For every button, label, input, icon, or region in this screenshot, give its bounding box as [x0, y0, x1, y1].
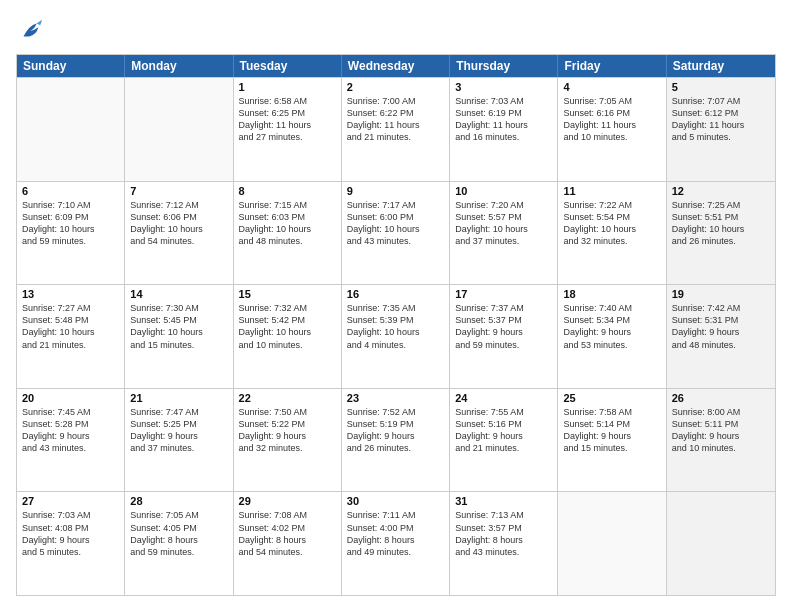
cell-line: and 21 minutes. [347, 131, 444, 143]
day-number: 20 [22, 392, 119, 404]
cell-line: and 27 minutes. [239, 131, 336, 143]
day-number: 1 [239, 81, 336, 93]
table-row: 21Sunrise: 7:47 AMSunset: 5:25 PMDayligh… [125, 389, 233, 492]
table-row: 28Sunrise: 7:05 AMSunset: 4:05 PMDayligh… [125, 492, 233, 595]
cell-line: Sunset: 5:45 PM [130, 314, 227, 326]
calendar-header: SundayMondayTuesdayWednesdayThursdayFrid… [17, 55, 775, 77]
cell-line: and 21 minutes. [455, 442, 552, 454]
header [16, 16, 776, 44]
calendar: SundayMondayTuesdayWednesdayThursdayFrid… [16, 54, 776, 596]
cell-line: and 49 minutes. [347, 546, 444, 558]
day-number: 17 [455, 288, 552, 300]
cell-line: Sunrise: 7:30 AM [130, 302, 227, 314]
cell-line: Sunrise: 7:13 AM [455, 509, 552, 521]
cell-line: Daylight: 10 hours [130, 326, 227, 338]
cell-line: Sunrise: 7:52 AM [347, 406, 444, 418]
logo [16, 16, 46, 44]
cell-line: and 16 minutes. [455, 131, 552, 143]
cell-line: and 53 minutes. [563, 339, 660, 351]
logo-icon [16, 16, 44, 44]
cell-line: and 43 minutes. [455, 546, 552, 558]
table-row: 18Sunrise: 7:40 AMSunset: 5:34 PMDayligh… [558, 285, 666, 388]
cell-line: Daylight: 9 hours [563, 326, 660, 338]
day-number: 14 [130, 288, 227, 300]
calendar-row-2: 13Sunrise: 7:27 AMSunset: 5:48 PMDayligh… [17, 284, 775, 388]
cell-line: Sunrise: 7:47 AM [130, 406, 227, 418]
table-row: 16Sunrise: 7:35 AMSunset: 5:39 PMDayligh… [342, 285, 450, 388]
cell-line: Sunrise: 7:05 AM [563, 95, 660, 107]
cell-line: Sunset: 6:22 PM [347, 107, 444, 119]
day-number: 13 [22, 288, 119, 300]
cell-line: Daylight: 9 hours [347, 430, 444, 442]
day-number: 31 [455, 495, 552, 507]
header-sunday: Sunday [17, 55, 125, 77]
table-row: 6Sunrise: 7:10 AMSunset: 6:09 PMDaylight… [17, 182, 125, 285]
day-number: 5 [672, 81, 770, 93]
cell-line: Sunrise: 7:42 AM [672, 302, 770, 314]
table-row [125, 78, 233, 181]
day-number: 22 [239, 392, 336, 404]
cell-line: Sunrise: 7:12 AM [130, 199, 227, 211]
table-row: 24Sunrise: 7:55 AMSunset: 5:16 PMDayligh… [450, 389, 558, 492]
calendar-row-1: 6Sunrise: 7:10 AMSunset: 6:09 PMDaylight… [17, 181, 775, 285]
cell-line: Sunset: 4:02 PM [239, 522, 336, 534]
cell-line: Daylight: 10 hours [130, 223, 227, 235]
header-monday: Monday [125, 55, 233, 77]
cell-line: and 21 minutes. [22, 339, 119, 351]
cell-line: Sunset: 5:22 PM [239, 418, 336, 430]
cell-line: Sunrise: 7:55 AM [455, 406, 552, 418]
cell-line: Daylight: 11 hours [563, 119, 660, 131]
cell-line: Daylight: 9 hours [22, 534, 119, 546]
cell-line: Sunrise: 7:58 AM [563, 406, 660, 418]
cell-line: Sunset: 5:34 PM [563, 314, 660, 326]
cell-line: and 10 minutes. [239, 339, 336, 351]
cell-line: Daylight: 8 hours [455, 534, 552, 546]
cell-line: Daylight: 8 hours [347, 534, 444, 546]
cell-line: Daylight: 10 hours [239, 223, 336, 235]
cell-line: Sunrise: 7:08 AM [239, 509, 336, 521]
table-row: 31Sunrise: 7:13 AMSunset: 3:57 PMDayligh… [450, 492, 558, 595]
cell-line: Daylight: 9 hours [22, 430, 119, 442]
table-row: 3Sunrise: 7:03 AMSunset: 6:19 PMDaylight… [450, 78, 558, 181]
cell-line: Sunset: 5:51 PM [672, 211, 770, 223]
cell-line: Daylight: 10 hours [672, 223, 770, 235]
cell-line: and 5 minutes. [22, 546, 119, 558]
cell-line: Sunset: 5:39 PM [347, 314, 444, 326]
cell-line: Sunrise: 7:50 AM [239, 406, 336, 418]
table-row: 5Sunrise: 7:07 AMSunset: 6:12 PMDaylight… [667, 78, 775, 181]
cell-line: Sunrise: 7:27 AM [22, 302, 119, 314]
cell-line: Sunset: 5:42 PM [239, 314, 336, 326]
table-row: 7Sunrise: 7:12 AMSunset: 6:06 PMDaylight… [125, 182, 233, 285]
day-number: 3 [455, 81, 552, 93]
cell-line: Sunset: 6:03 PM [239, 211, 336, 223]
table-row: 17Sunrise: 7:37 AMSunset: 5:37 PMDayligh… [450, 285, 558, 388]
cell-line: Sunrise: 7:25 AM [672, 199, 770, 211]
cell-line: Sunset: 6:16 PM [563, 107, 660, 119]
cell-line: Sunrise: 7:11 AM [347, 509, 444, 521]
cell-line: Daylight: 10 hours [347, 326, 444, 338]
day-number: 25 [563, 392, 660, 404]
day-number: 6 [22, 185, 119, 197]
table-row: 30Sunrise: 7:11 AMSunset: 4:00 PMDayligh… [342, 492, 450, 595]
cell-line: Sunset: 6:12 PM [672, 107, 770, 119]
cell-line: Sunset: 5:25 PM [130, 418, 227, 430]
cell-line: Daylight: 10 hours [239, 326, 336, 338]
table-row: 27Sunrise: 7:03 AMSunset: 4:08 PMDayligh… [17, 492, 125, 595]
day-number: 4 [563, 81, 660, 93]
header-friday: Friday [558, 55, 666, 77]
cell-line: Daylight: 9 hours [672, 430, 770, 442]
day-number: 15 [239, 288, 336, 300]
table-row: 8Sunrise: 7:15 AMSunset: 6:03 PMDaylight… [234, 182, 342, 285]
cell-line: Sunrise: 7:32 AM [239, 302, 336, 314]
table-row: 19Sunrise: 7:42 AMSunset: 5:31 PMDayligh… [667, 285, 775, 388]
header-tuesday: Tuesday [234, 55, 342, 77]
cell-line: and 37 minutes. [130, 442, 227, 454]
cell-line: Sunset: 6:09 PM [22, 211, 119, 223]
cell-line: Sunset: 5:28 PM [22, 418, 119, 430]
cell-line: Sunset: 5:48 PM [22, 314, 119, 326]
cell-line: and 26 minutes. [347, 442, 444, 454]
day-number: 23 [347, 392, 444, 404]
cell-line: Sunrise: 7:40 AM [563, 302, 660, 314]
cell-line: Sunset: 4:00 PM [347, 522, 444, 534]
cell-line: Daylight: 11 hours [672, 119, 770, 131]
